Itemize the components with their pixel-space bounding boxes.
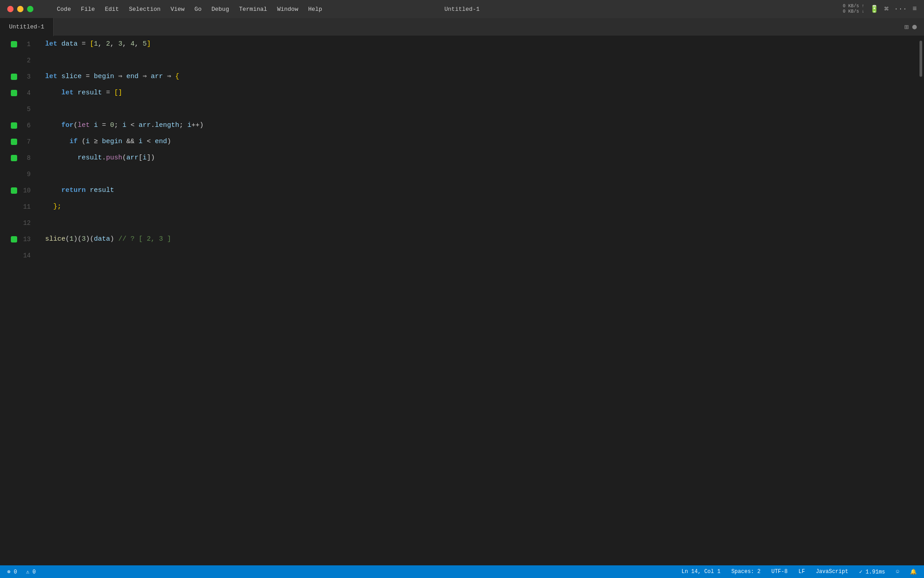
encoding[interactable]: UTF-8 <box>770 569 790 575</box>
line-gutter: 13 <box>0 231 36 247</box>
editor-tab[interactable]: Untitled-1 <box>0 18 54 36</box>
traffic-lights <box>7 6 33 12</box>
line-gutter: 11 <box>0 199 36 215</box>
breakpoint-indicator[interactable] <box>11 220 17 226</box>
code-line: 7 if (i ≥ begin && i < end) <box>0 134 918 150</box>
code-line: 8 result.push(arr[i]) <box>0 150 918 166</box>
minimize-button[interactable] <box>17 6 23 12</box>
warnings-count[interactable]: ⚠ 0 <box>24 569 38 575</box>
menu-view[interactable]: View <box>166 5 189 14</box>
breakpoint-indicator[interactable] <box>11 155 17 161</box>
line-number: 10 <box>20 182 31 199</box>
breakpoint-indicator[interactable] <box>11 252 17 259</box>
language-mode[interactable]: JavaScript <box>814 569 850 575</box>
menu-debug[interactable]: Debug <box>207 5 234 14</box>
code-line: 2 <box>0 52 918 69</box>
menu-go[interactable]: Go <box>190 5 206 14</box>
line-content[interactable]: for(let i = 0; i < arr.length; i++) <box>36 117 918 134</box>
close-button[interactable] <box>7 6 14 12</box>
line-gutter: 7 <box>0 134 36 150</box>
line-number: 14 <box>20 247 31 264</box>
menu-code[interactable]: Code <box>52 5 75 14</box>
breakpoint-indicator[interactable] <box>11 106 17 112</box>
code-line: 13slice(1)(3)(data) // ? [ 2, 3 ] <box>0 231 918 247</box>
breakpoint-indicator[interactable] <box>11 139 17 145</box>
line-ending[interactable]: LF <box>797 569 807 575</box>
line-gutter: 5 <box>0 101 36 117</box>
list-icon[interactable]: ≡ <box>912 5 917 13</box>
scrollbar-thumb[interactable] <box>919 41 922 77</box>
line-gutter: 6 <box>0 117 36 134</box>
line-number: 8 <box>20 150 31 166</box>
code-line: 4 let result = [] <box>0 85 918 101</box>
line-gutter: 3 <box>0 69 36 85</box>
line-number: 7 <box>20 134 31 150</box>
line-gutter: 1 <box>0 36 36 52</box>
line-content[interactable]: slice(1)(3)(data) // ? [ 2, 3 ] <box>36 231 918 247</box>
titlebar: Code File Edit Selection View Go Debug T… <box>0 0 924 18</box>
statusbar: ⊗ 0 ⚠ 0 Ln 14, Col 1 Spaces: 2 UTF-8 LF … <box>0 565 924 578</box>
breakpoint-indicator[interactable] <box>11 57 17 64</box>
code-line: 9 <box>0 166 918 182</box>
statusbar-right: Ln 14, Col 1 Spaces: 2 UTF-8 LF JavaScri… <box>679 569 919 575</box>
breakpoint-indicator[interactable] <box>11 122 17 129</box>
breakpoint-indicator[interactable] <box>11 204 17 210</box>
titlebar-left: Code File Edit Selection View Go Debug T… <box>7 5 327 14</box>
menu-help[interactable]: Help <box>304 5 327 14</box>
spaces-setting[interactable]: Spaces: 2 <box>730 569 762 575</box>
line-content[interactable]: }; <box>36 199 918 215</box>
code-line: 10 return result <box>0 182 918 199</box>
notifications-icon[interactable]: 🔔 <box>908 569 919 575</box>
menu-terminal[interactable]: Terminal <box>235 5 272 14</box>
maximize-button[interactable] <box>27 6 33 12</box>
breakpoint-indicator[interactable] <box>11 74 17 80</box>
line-number: 1 <box>20 36 31 52</box>
line-content[interactable]: let data = [1, 2, 3, 4, 5] <box>36 36 918 52</box>
code-editor[interactable]: 1let data = [1, 2, 3, 4, 5]23let slice =… <box>0 36 918 565</box>
line-number: 12 <box>20 215 31 231</box>
statusbar-left: ⊗ 0 ⚠ 0 <box>5 569 37 575</box>
line-content[interactable]: let result = [] <box>36 85 918 101</box>
code-line: 3let slice = begin ⇒ end ⇒ arr ⇒ { <box>0 69 918 85</box>
line-gutter: 9 <box>0 166 36 182</box>
dot-indicator <box>912 25 917 29</box>
menu-window[interactable]: Window <box>273 5 303 14</box>
line-gutter: 12 <box>0 215 36 231</box>
tabbar: Untitled-1 ⊞ <box>0 18 924 36</box>
breakpoint-indicator[interactable] <box>11 41 17 47</box>
line-gutter: 14 <box>0 247 36 264</box>
line-gutter: 2 <box>0 52 36 69</box>
window-title: Untitled-1 <box>444 6 480 13</box>
line-content[interactable]: return result <box>36 182 918 199</box>
line-content[interactable]: if (i ≥ begin && i < end) <box>36 134 918 150</box>
line-number: 9 <box>20 166 31 182</box>
code-line: 6 for(let i = 0; i < arr.length; i++) <box>0 117 918 134</box>
split-editor-button[interactable]: ⊞ <box>904 23 909 32</box>
network-info: 0 KB/s ↑ 0 KB/s ↓ <box>843 4 864 14</box>
errors-count[interactable]: ⊗ 0 <box>5 569 19 575</box>
line-number: 2 <box>20 52 31 69</box>
line-content[interactable]: let slice = begin ⇒ end ⇒ arr ⇒ { <box>36 69 918 85</box>
breakpoint-indicator[interactable] <box>11 90 17 96</box>
line-number: 11 <box>20 199 31 215</box>
eval-time[interactable]: ✓ 1.91ms <box>857 569 887 575</box>
breakpoint-indicator[interactable] <box>11 187 17 194</box>
line-gutter: 4 <box>0 85 36 101</box>
line-content[interactable]: result.push(arr[i]) <box>36 150 918 166</box>
breakpoint-indicator[interactable] <box>11 171 17 177</box>
menu-selection[interactable]: Selection <box>125 5 165 14</box>
feedback-icon[interactable]: ☺ <box>894 569 901 575</box>
scrollbar[interactable] <box>918 36 924 565</box>
code-line: 14 <box>0 247 918 264</box>
tab-label: Untitled-1 <box>9 23 44 30</box>
apple-menu[interactable] <box>42 8 51 10</box>
wifi-icon: ⌘ <box>884 5 889 14</box>
code-line: 11 }; <box>0 199 918 215</box>
menu-edit[interactable]: Edit <box>100 5 123 14</box>
titlebar-right: 0 KB/s ↑ 0 KB/s ↓ 🔋 ⌘ ··· ≡ <box>827 4 917 14</box>
cursor-position[interactable]: Ln 14, Col 1 <box>679 569 722 575</box>
more-icon[interactable]: ··· <box>894 5 907 13</box>
tab-actions: ⊞ <box>904 23 924 32</box>
breakpoint-indicator[interactable] <box>11 236 17 242</box>
menu-file[interactable]: File <box>76 5 99 14</box>
